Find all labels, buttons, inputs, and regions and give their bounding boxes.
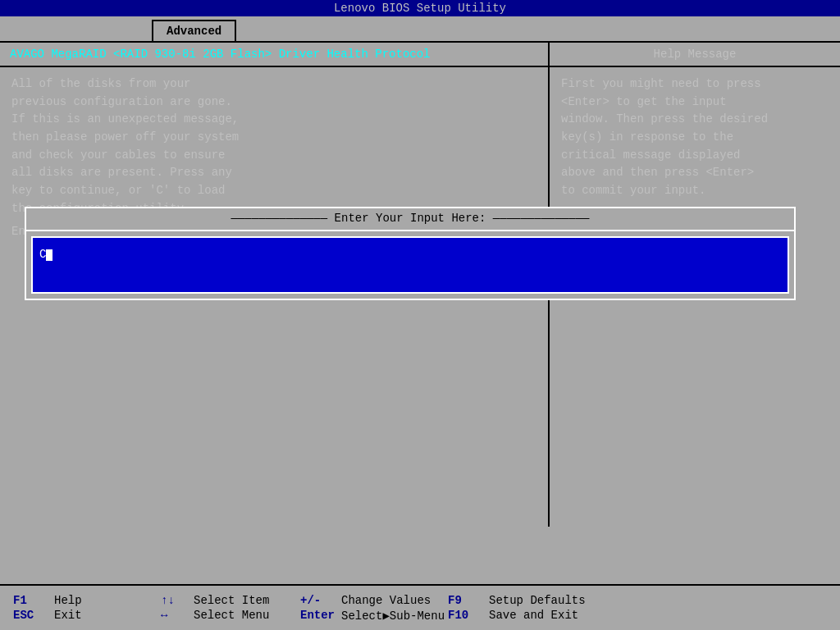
setup-defaults-label: Setup Defaults — [489, 594, 596, 607]
f10-key: F10 — [448, 609, 489, 622]
left-panel-title: AVAGO MegaRAID <RAID 930-8i 2GB Flash> D… — [10, 48, 430, 61]
panel-header-row: AVAGO MegaRAID <RAID 930-8i 2GB Flash> D… — [0, 41, 840, 67]
tab-advanced[interactable]: Advanced — [152, 20, 236, 41]
input-value: C — [39, 248, 46, 261]
right-body-line-6: above and then press <Enter> — [561, 164, 829, 182]
left-body: All of the disks from your previous conf… — [0, 67, 550, 527]
bios-title: Lenovo BIOS Setup Utility — [334, 2, 506, 15]
right-body-line-5: critical message displayed — [561, 147, 829, 165]
plusminus-key: +/- — [300, 594, 341, 607]
f1-key: F1 — [13, 594, 54, 607]
arrows-leftright-icon: ↔ — [161, 609, 194, 622]
left-body-line-7: key to continue, or 'C' to load — [11, 182, 536, 200]
left-body-line-3: If this is an unexpected message, — [11, 111, 536, 129]
cursor-icon — [46, 249, 52, 261]
left-body-line-1: All of the disks from your — [11, 75, 536, 94]
input-dialog-title: —————————————— Enter Your Input Here: ——… — [26, 208, 794, 231]
input-dialog: —————————————— Enter Your Input Here: ——… — [25, 207, 796, 300]
tab-row: Advanced — [0, 16, 840, 41]
right-body-line-2: <Enter> to get the input — [561, 94, 829, 112]
right-body-line-1: First you might need to press — [561, 75, 829, 94]
esc-desc: Exit — [54, 609, 161, 622]
change-values-label: Change Values — [341, 594, 448, 607]
left-body-line-6: all disks are present. Press any — [11, 164, 536, 182]
right-panel-header: Help Message — [550, 43, 840, 66]
f9-key: F9 — [448, 594, 489, 607]
left-body-line-4: then please power off your system — [11, 129, 536, 147]
right-body-line-7: to commit your input. — [561, 182, 829, 200]
right-panel-title: Help Message — [654, 48, 737, 61]
submenu-label: Select▶Sub-Menu — [341, 609, 448, 623]
arrows-updown-icon: ↑↓ — [161, 594, 194, 607]
left-body-line-2: previous configuration are gone. — [11, 94, 536, 112]
footer: F1 Help ↑↓ Select Item +/- Change Values… — [0, 584, 840, 630]
right-body-line-4: key(s) in response to the — [561, 129, 829, 147]
content-row: All of the disks from your previous conf… — [0, 67, 840, 527]
title-bar: Lenovo BIOS Setup Utility — [0, 0, 840, 16]
input-box[interactable]: C — [31, 236, 789, 294]
enter-key: Enter — [300, 609, 341, 622]
select-item-label: Select Item — [194, 594, 300, 607]
footer-row-1: F1 Help ↑↓ Select Item +/- Change Values… — [13, 594, 827, 607]
left-panel-header: AVAGO MegaRAID <RAID 930-8i 2GB Flash> D… — [0, 43, 550, 66]
footer-row-2: ESC Exit ↔ Select Menu Enter Select▶Sub-… — [13, 609, 827, 623]
select-menu-label: Select Menu — [194, 609, 300, 622]
enter-label: En — [11, 225, 25, 238]
left-body-line-5: and check your cables to ensure — [11, 147, 536, 165]
right-body-line-3: window. Then press the desired — [561, 111, 829, 129]
f1-desc: Help — [54, 594, 161, 607]
save-exit-label: Save and Exit — [489, 609, 596, 622]
esc-key: ESC — [13, 609, 54, 622]
